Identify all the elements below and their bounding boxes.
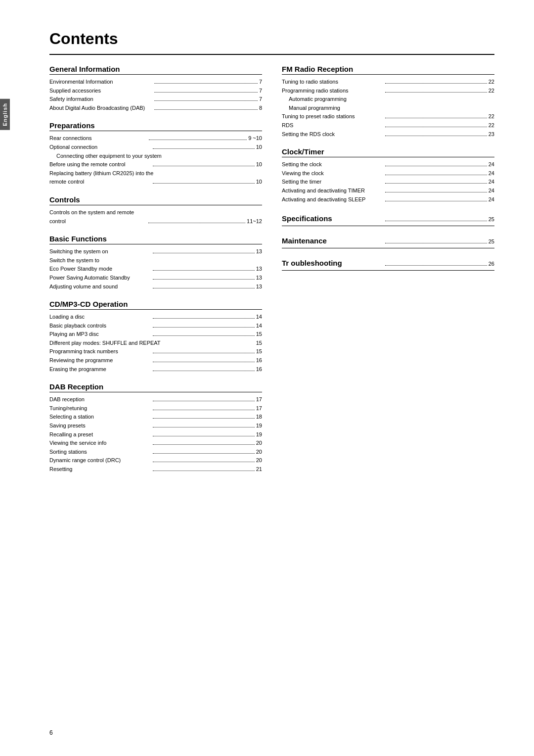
dots [153,462,255,462]
section-title-general-information: General Information [49,65,262,75]
page-num: 16 [256,356,262,365]
dots [153,362,255,362]
entry-text: Selecting a station [49,413,151,422]
toc-entry-activating-timer: Activating and deactivating TIMER 24 [282,187,494,195]
entry-text: Supplied accessories [49,87,153,95]
dots [385,136,487,136]
page-num: 15 [256,330,262,339]
page-num: 17 [256,404,262,413]
toc-entry-auto-programming: Automatic programming [282,95,494,104]
toc-entry-rds: RDS 22 [282,121,494,130]
dots [385,118,487,118]
section-fm-radio: FM Radio Reception Tuning to radio stati… [282,65,494,139]
entry-text: Setting the RDS clock [282,130,384,139]
page-num: 17 [256,395,262,404]
entry-text: Power Saving Automatic Standby [49,274,151,283]
toc-entry-reviewing: Reviewing the programme 16 [49,356,262,365]
entry-text: Eco Power Standby mode [49,265,151,274]
toc-entry-power-saving: Power Saving Automatic Standby 13 [49,274,262,283]
page-num: 10 [256,143,262,152]
page-num: 13 [256,274,262,283]
dots [385,183,487,184]
dots [153,183,255,184]
toc-entry-service-info: Viewing the service info 20 [49,439,262,448]
toc-entry-selecting-station: Selecting a station 18 [49,413,262,422]
toc-entry-recalling-preset: Recalling a preset 19 [49,430,262,439]
entry-text: Programming radio stations [282,87,384,95]
page-num: 18 [256,413,262,422]
toc-entry-optional-connection: Optional connection 10 [49,143,262,152]
toc-entry-switch-system-to: Switch the system to [49,256,262,265]
toc-entry-loading-disc: Loading a disc 14 [49,313,262,322]
dots [385,166,487,166]
page-num: 22 [489,87,494,95]
page-num: 20 [256,456,262,465]
section-title-basic-functions: Basic Functions [49,235,262,244]
toc-entry-specifications: Specifications 25 [282,213,494,226]
toc-entry-setting-timer: Setting the timer 24 [282,178,494,187]
page-num: 11~12 [247,217,262,226]
toc-entry-programming-track: Programming track numbers 15 [49,347,262,356]
entry-text: Rear connections [49,134,147,143]
toc-entry-viewing-clock: Viewing the clock 24 [282,169,494,178]
toc-entry-resetting: Resetting 21 [49,465,262,474]
toc-entry-accessories: Supplied accessories 7 [49,87,262,95]
toc-entry-maintenance: Maintenance 25 [282,235,494,248]
dots [153,353,255,353]
dots [153,166,255,166]
dots [385,192,487,192]
section-general-information: General Information Environmental Inform… [49,65,262,112]
entry-text: Adjusting volume and sound [49,283,151,291]
page-num: 22 [489,78,494,87]
page-num: 9 ~10 [248,134,262,143]
page-num: 13 [256,265,262,274]
entry-text: About Digital Audio Broadcasting (DAB) [49,104,153,113]
toc-entry-playing-mp3: Playing an MP3 disc 15 [49,330,262,339]
section-specifications: Specifications 25 [282,213,494,226]
page-num: 14 [256,313,262,322]
page-num: 20 [256,439,262,448]
toc-entry-erasing: Erasing the programme 16 [49,365,262,374]
section-dab-reception: DAB Reception DAB reception 17 Tuning/re… [49,382,262,473]
toc-entry-tuning-retuning: Tuning/retuning 17 [49,404,262,413]
dots [153,335,255,336]
dots [153,453,255,454]
entry-text: Basic playback controls [49,322,151,331]
dots [385,243,487,243]
entry-text: Viewing the service info [49,439,151,448]
page-num: 13 [256,283,262,291]
entry-text: Tuning to radio stations [282,78,384,87]
entry-text: Programming track numbers [49,347,151,356]
dots [385,127,487,127]
dots [385,175,487,175]
page-num: 7 [259,87,262,95]
dots [385,221,487,221]
section-title-dab-reception: DAB Reception [49,382,262,392]
toc-entry-controls-line2: control 11~12 [49,217,262,226]
toc-entry-troubleshooting: Tr oubleshooting 26 [282,257,494,271]
entry-text: Different play modes: SHUFFLE and REPEAT [49,339,255,348]
section-cd-mp3: CD/MP3-CD Operation Loading a disc 14 Ba… [49,300,262,374]
toc-entry-basic-playback: Basic playback controls 14 [49,322,262,331]
toc-entry-switching-on: Switching the system on 13 [49,247,262,256]
page-num: 19 [256,422,262,430]
section-maintenance: Maintenance 25 [282,235,494,248]
page-num: 24 [489,178,494,187]
page-num: 24 [489,160,494,169]
entry-text: Activating and deactivating TIMER [282,187,384,195]
section-title-cd-mp3: CD/MP3-CD Operation [49,300,262,310]
dots [154,109,258,110]
page-num: 22 [489,121,494,130]
toc-entry-dab-reception: DAB reception 17 [49,395,262,404]
dots [153,279,255,280]
section-title-preparations: Preparations [49,121,262,131]
entry-text: Safety information [49,95,153,104]
entry-text: Setting the timer [282,178,384,187]
right-column: FM Radio Reception Tuning to radio stati… [282,65,494,483]
toc-entry-dab: About Digital Audio Broadcasting (DAB) 8 [49,104,262,113]
page-title: Contents [49,30,494,48]
entry-text: Tr oubleshooting [282,257,384,269]
dots [385,92,487,93]
page-num: 13 [256,247,262,256]
page: English Contents General Information Env… [0,0,534,756]
